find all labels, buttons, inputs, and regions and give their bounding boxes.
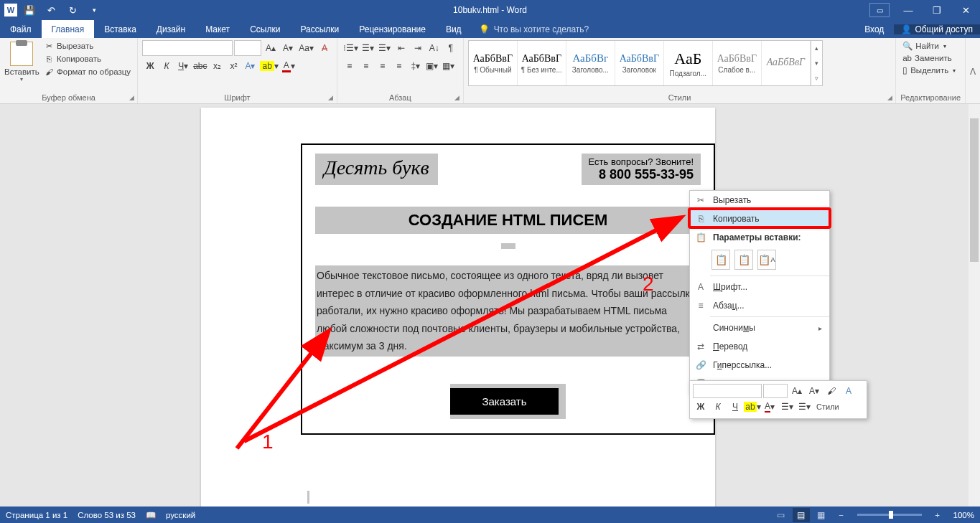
close-button[interactable]: ✕ — [951, 0, 980, 20]
restore-button[interactable]: ❐ — [923, 0, 951, 20]
mini-styles-icon[interactable]: A — [841, 384, 857, 398]
mini-highlight[interactable]: ab▾ — [745, 400, 760, 414]
line-spacing-button[interactable]: ‡▾ — [408, 58, 424, 74]
tab-layout[interactable]: Макет — [195, 20, 240, 38]
font-size-combo[interactable] — [234, 40, 261, 56]
ctx-cut[interactable]: ✂Вырезать — [690, 191, 829, 209]
vertical-scrollbar[interactable] — [969, 104, 980, 506]
style-normal[interactable]: АаБбВвГ¶ Обычный — [469, 41, 518, 85]
paste-text-only[interactable]: 📋A — [757, 250, 776, 270]
mini-styles-label[interactable]: Стили — [813, 402, 842, 411]
sort-button[interactable]: A↓ — [426, 40, 442, 56]
page[interactable]: Десять букв Есть вопросы? Звоните! 8 800… — [201, 108, 715, 506]
status-words[interactable]: Слово 53 из 53 — [78, 511, 136, 519]
status-page[interactable]: Страница 1 из 1 — [6, 511, 67, 519]
mini-numbering[interactable]: ☰▾ — [796, 400, 812, 414]
replace-button[interactable]: abЗаменить — [900, 53, 958, 63]
copy-button[interactable]: ⎘Копировать — [42, 53, 133, 65]
mini-shrink-font[interactable]: A▾ — [806, 384, 822, 398]
tab-references[interactable]: Ссылки — [240, 20, 290, 38]
mini-underline[interactable]: Ч — [727, 400, 743, 414]
decrease-indent-button[interactable]: ⇤ — [393, 40, 409, 56]
minimize-button[interactable]: ― — [894, 0, 923, 20]
read-mode-button[interactable]: ▭ — [773, 508, 790, 522]
subscript-button[interactable]: x₂ — [209, 58, 225, 74]
styles-more-button[interactable]: ▴▾▿ — [811, 41, 822, 85]
change-case-button[interactable]: Aa▾ — [297, 40, 315, 56]
zoom-out-button[interactable]: − — [833, 508, 850, 522]
tab-view[interactable]: Вид — [436, 20, 472, 38]
ctx-font[interactable]: AШрифт... — [690, 278, 829, 296]
clipboard-dialog-launcher[interactable]: ◢ — [127, 93, 136, 102]
style-subtitle[interactable]: АаБбВвГСлабое в... — [713, 41, 762, 85]
mini-bullets[interactable]: ☰▾ — [779, 400, 795, 414]
styles-dialog-launcher[interactable]: ◢ — [885, 93, 894, 102]
print-layout-button[interactable]: ▤ — [793, 508, 810, 522]
paste-merge-formatting[interactable]: 📋 — [734, 250, 753, 270]
align-right-button[interactable]: ≡ — [375, 58, 391, 74]
justify-button[interactable]: ≡ — [391, 58, 407, 74]
cut-button[interactable]: ✂Вырезать — [42, 40, 133, 52]
mini-format-painter[interactable]: 🖌 — [823, 384, 839, 398]
zoom-slider[interactable] — [857, 514, 922, 516]
tab-design[interactable]: Дизайн — [146, 20, 195, 38]
multilevel-button[interactable]: ☰▾ — [377, 40, 393, 56]
style-heading2[interactable]: АаБбВвГЗаголовок — [615, 41, 664, 85]
increase-indent-button[interactable]: ⇥ — [410, 40, 426, 56]
order-button[interactable]: Заказать — [450, 388, 558, 415]
underline-button[interactable]: Ч▾ — [175, 58, 191, 74]
font-color-button[interactable]: A▾ — [281, 58, 297, 74]
superscript-button[interactable]: x² — [225, 58, 241, 74]
grow-font-button[interactable]: A▴ — [263, 40, 279, 56]
style-title[interactable]: АаБПодзагол... — [664, 41, 713, 85]
save-icon[interactable]: 💾 — [20, 2, 39, 18]
bullets-button[interactable]: ⁝☰▾ — [342, 40, 360, 56]
tab-mailings[interactable]: Рассылки — [290, 20, 349, 38]
tell-me-search[interactable]: 💡 Что вы хотите сделать? — [472, 20, 589, 38]
tab-review[interactable]: Рецензирование — [349, 20, 436, 38]
mini-font-color[interactable]: A▾ — [762, 400, 778, 414]
tab-insert[interactable]: Вставка — [94, 20, 146, 38]
style-heading1[interactable]: АаБбВгЗаголово... — [566, 41, 615, 85]
font-dialog-launcher[interactable]: ◢ — [327, 93, 335, 102]
ribbon-collapse[interactable]: ᐱ — [966, 38, 980, 103]
zoom-in-button[interactable]: + — [929, 508, 946, 522]
ctx-copy[interactable]: ⎘Копировать — [690, 209, 829, 228]
text-effects-button[interactable]: A▾ — [242, 58, 258, 74]
tab-file[interactable]: Файл — [0, 20, 42, 38]
align-left-button[interactable]: ≡ — [342, 58, 358, 74]
zoom-level[interactable]: 100% — [953, 511, 974, 519]
format-painter-button[interactable]: 🖌Формат по образцу — [42, 66, 133, 77]
ctx-translate[interactable]: ⇄Перевод — [690, 337, 829, 356]
share-button[interactable]: 👤 Общий доступ — [894, 24, 980, 34]
style-no-spacing[interactable]: АаБбВвГ¶ Без инте... — [518, 41, 566, 85]
ctx-paragraph[interactable]: ≡Абзац... — [690, 296, 829, 315]
highlight-button[interactable]: ab▾ — [258, 58, 279, 74]
letter-body[interactable]: Обычное текстовое письмо, состоящее из о… — [315, 265, 701, 357]
bold-button[interactable]: Ж — [142, 58, 158, 74]
document-area[interactable]: Десять букв Есть вопросы? Звоните! 8 800… — [0, 104, 980, 506]
styles-gallery[interactable]: АаБбВвГ¶ Обычный АаБбВвГ¶ Без инте... Аа… — [468, 40, 823, 86]
find-button[interactable]: 🔍Найти▾ — [900, 40, 958, 52]
mini-grow-font[interactable]: A▴ — [789, 384, 805, 398]
align-center-button[interactable]: ≡ — [358, 58, 374, 74]
shading-button[interactable]: ▣▾ — [424, 58, 440, 74]
status-proofing-icon[interactable]: 📖 — [146, 510, 156, 520]
mini-italic[interactable]: К — [710, 400, 726, 414]
ctx-hyperlink[interactable]: 🔗Гиперссылка... — [690, 356, 829, 374]
mini-bold[interactable]: Ж — [693, 400, 709, 414]
shrink-font-button[interactable]: A▾ — [280, 40, 296, 56]
show-marks-button[interactable]: ¶ — [443, 40, 459, 56]
ctx-synonyms[interactable]: Синонимы▸ — [690, 319, 829, 337]
tab-home[interactable]: Главная — [42, 20, 95, 38]
style-subtle-emphasis[interactable]: АаБбВвГ — [762, 41, 811, 85]
paste-keep-formatting[interactable]: 📋 — [711, 250, 730, 270]
mini-font-combo[interactable] — [693, 384, 762, 398]
numbering-button[interactable]: ☰▾ — [360, 40, 376, 56]
paragraph-dialog-launcher[interactable]: ◢ — [453, 93, 462, 102]
qat-customize-icon[interactable]: ▾ — [85, 2, 103, 18]
undo-icon[interactable]: ↶ — [42, 2, 60, 18]
clear-formatting-button[interactable]: A̶ — [317, 40, 332, 56]
mini-size-combo[interactable] — [763, 384, 788, 398]
redo-icon[interactable]: ↻ — [63, 2, 82, 18]
